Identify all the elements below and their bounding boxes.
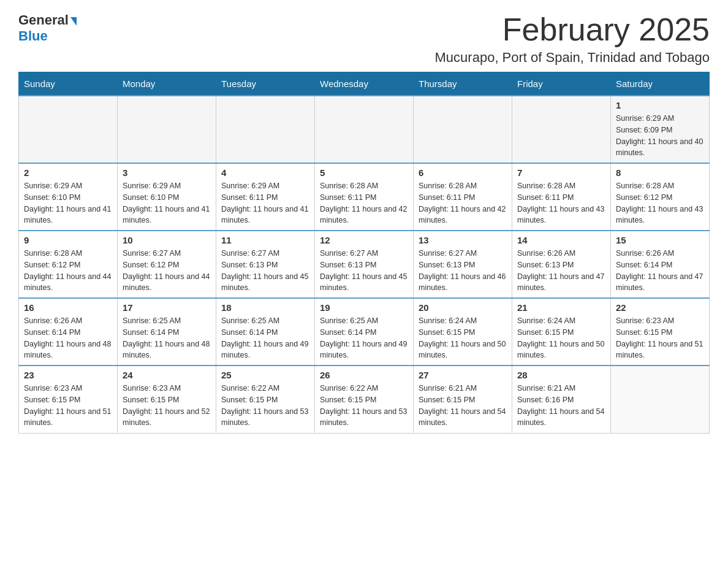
table-row: [315, 96, 414, 163]
calendar-week-1: 1Sunrise: 6:29 AMSunset: 6:09 PMDaylight…: [19, 96, 710, 163]
day-number: 17: [123, 302, 211, 313]
day-info: Sunrise: 6:23 AMSunset: 6:15 PMDaylight:…: [616, 315, 704, 361]
header-tuesday: Tuesday: [216, 72, 315, 96]
day-info: Sunrise: 6:22 AMSunset: 6:15 PMDaylight:…: [320, 383, 408, 429]
table-row: 27Sunrise: 6:21 AMSunset: 6:15 PMDayligh…: [414, 366, 512, 433]
table-row: 12Sunrise: 6:27 AMSunset: 6:13 PMDayligh…: [315, 231, 414, 298]
day-number: 24: [123, 370, 211, 380]
calendar-week-2: 2Sunrise: 6:29 AMSunset: 6:10 PMDaylight…: [19, 163, 710, 231]
table-row: [512, 96, 611, 163]
day-number: 7: [517, 167, 605, 178]
table-row: [118, 96, 216, 163]
day-number: 8: [616, 167, 704, 178]
table-row: 26Sunrise: 6:22 AMSunset: 6:15 PMDayligh…: [315, 366, 414, 433]
header-saturday: Saturday: [611, 72, 710, 96]
location-title: Mucurapo, Port of Spain, Trinidad and To…: [435, 50, 710, 66]
table-row: [414, 96, 512, 163]
table-row: 25Sunrise: 6:22 AMSunset: 6:15 PMDayligh…: [216, 366, 315, 433]
day-number: 6: [419, 167, 507, 178]
day-info: Sunrise: 6:29 AMSunset: 6:09 PMDaylight:…: [616, 113, 704, 159]
day-info: Sunrise: 6:28 AMSunset: 6:11 PMDaylight:…: [419, 180, 507, 226]
day-number: 4: [221, 167, 309, 178]
calendar-week-5: 23Sunrise: 6:23 AMSunset: 6:15 PMDayligh…: [19, 366, 710, 433]
table-row: 15Sunrise: 6:26 AMSunset: 6:14 PMDayligh…: [611, 231, 710, 298]
logo-general-text: General: [18, 12, 69, 28]
day-number: 25: [221, 370, 309, 380]
table-row: 7Sunrise: 6:28 AMSunset: 6:11 PMDaylight…: [512, 163, 611, 231]
calendar-week-4: 16Sunrise: 6:26 AMSunset: 6:14 PMDayligh…: [19, 298, 710, 366]
logo-blue-text: Blue: [18, 28, 48, 44]
day-number: 9: [24, 235, 112, 245]
logo-arrow-icon: [70, 17, 77, 26]
day-number: 14: [517, 235, 605, 245]
day-info: Sunrise: 6:26 AMSunset: 6:14 PMDaylight:…: [24, 315, 112, 361]
table-row: 9Sunrise: 6:28 AMSunset: 6:12 PMDaylight…: [19, 231, 118, 298]
day-info: Sunrise: 6:24 AMSunset: 6:15 PMDaylight:…: [419, 315, 507, 361]
day-number: 26: [320, 370, 408, 380]
day-info: Sunrise: 6:29 AMSunset: 6:10 PMDaylight:…: [24, 180, 112, 226]
day-number: 2: [24, 167, 112, 178]
day-number: 27: [419, 370, 507, 380]
day-info: Sunrise: 6:29 AMSunset: 6:10 PMDaylight:…: [123, 180, 211, 226]
table-row: 10Sunrise: 6:27 AMSunset: 6:12 PMDayligh…: [118, 231, 216, 298]
table-row: [216, 96, 315, 163]
table-row: 20Sunrise: 6:24 AMSunset: 6:15 PMDayligh…: [414, 298, 512, 366]
day-info: Sunrise: 6:26 AMSunset: 6:13 PMDaylight:…: [517, 248, 605, 294]
table-row: 21Sunrise: 6:24 AMSunset: 6:15 PMDayligh…: [512, 298, 611, 366]
table-row: 8Sunrise: 6:28 AMSunset: 6:12 PMDaylight…: [611, 163, 710, 231]
day-info: Sunrise: 6:28 AMSunset: 6:12 PMDaylight:…: [24, 248, 112, 294]
calendar-header-row: Sunday Monday Tuesday Wednesday Thursday…: [19, 72, 710, 96]
day-number: 13: [419, 235, 507, 245]
day-number: 20: [419, 302, 507, 313]
table-row: [611, 366, 710, 433]
day-info: Sunrise: 6:25 AMSunset: 6:14 PMDaylight:…: [123, 315, 211, 361]
table-row: 17Sunrise: 6:25 AMSunset: 6:14 PMDayligh…: [118, 298, 216, 366]
day-info: Sunrise: 6:22 AMSunset: 6:15 PMDaylight:…: [221, 383, 309, 429]
table-row: 13Sunrise: 6:27 AMSunset: 6:13 PMDayligh…: [414, 231, 512, 298]
table-row: 5Sunrise: 6:28 AMSunset: 6:11 PMDaylight…: [315, 163, 414, 231]
table-row: 14Sunrise: 6:26 AMSunset: 6:13 PMDayligh…: [512, 231, 611, 298]
day-number: 22: [616, 302, 704, 313]
table-row: 1Sunrise: 6:29 AMSunset: 6:09 PMDaylight…: [611, 96, 710, 163]
day-number: 3: [123, 167, 211, 178]
day-number: 19: [320, 302, 408, 313]
day-number: 28: [517, 370, 605, 380]
day-info: Sunrise: 6:27 AMSunset: 6:13 PMDaylight:…: [419, 248, 507, 294]
day-info: Sunrise: 6:27 AMSunset: 6:13 PMDaylight:…: [221, 248, 309, 294]
day-info: Sunrise: 6:28 AMSunset: 6:12 PMDaylight:…: [616, 180, 704, 226]
calendar-week-3: 9Sunrise: 6:28 AMSunset: 6:12 PMDaylight…: [19, 231, 710, 298]
day-number: 12: [320, 235, 408, 245]
day-info: Sunrise: 6:26 AMSunset: 6:14 PMDaylight:…: [616, 248, 704, 294]
day-number: 21: [517, 302, 605, 313]
table-row: 18Sunrise: 6:25 AMSunset: 6:14 PMDayligh…: [216, 298, 315, 366]
day-info: Sunrise: 6:28 AMSunset: 6:11 PMDaylight:…: [320, 180, 408, 226]
header-thursday: Thursday: [414, 72, 512, 96]
day-info: Sunrise: 6:27 AMSunset: 6:12 PMDaylight:…: [123, 248, 211, 294]
day-info: Sunrise: 6:23 AMSunset: 6:15 PMDaylight:…: [24, 383, 112, 429]
table-row: 11Sunrise: 6:27 AMSunset: 6:13 PMDayligh…: [216, 231, 315, 298]
day-info: Sunrise: 6:25 AMSunset: 6:14 PMDaylight:…: [320, 315, 408, 361]
table-row: 6Sunrise: 6:28 AMSunset: 6:11 PMDaylight…: [414, 163, 512, 231]
day-info: Sunrise: 6:23 AMSunset: 6:15 PMDaylight:…: [123, 383, 211, 429]
day-info: Sunrise: 6:21 AMSunset: 6:15 PMDaylight:…: [419, 383, 507, 429]
day-info: Sunrise: 6:21 AMSunset: 6:16 PMDaylight:…: [517, 383, 605, 429]
month-title: February 2025: [435, 12, 710, 47]
page-header: General Blue February 2025 Mucurapo, Por…: [18, 12, 710, 66]
day-number: 15: [616, 235, 704, 245]
table-row: 3Sunrise: 6:29 AMSunset: 6:10 PMDaylight…: [118, 163, 216, 231]
table-row: 16Sunrise: 6:26 AMSunset: 6:14 PMDayligh…: [19, 298, 118, 366]
day-info: Sunrise: 6:25 AMSunset: 6:14 PMDaylight:…: [221, 315, 309, 361]
table-row: 19Sunrise: 6:25 AMSunset: 6:14 PMDayligh…: [315, 298, 414, 366]
table-row: [19, 96, 118, 163]
day-info: Sunrise: 6:27 AMSunset: 6:13 PMDaylight:…: [320, 248, 408, 294]
day-number: 16: [24, 302, 112, 313]
table-row: 2Sunrise: 6:29 AMSunset: 6:10 PMDaylight…: [19, 163, 118, 231]
header-monday: Monday: [118, 72, 216, 96]
table-row: 28Sunrise: 6:21 AMSunset: 6:16 PMDayligh…: [512, 366, 611, 433]
day-number: 5: [320, 167, 408, 178]
day-number: 23: [24, 370, 112, 380]
day-number: 18: [221, 302, 309, 313]
day-info: Sunrise: 6:29 AMSunset: 6:11 PMDaylight:…: [221, 180, 309, 226]
day-number: 1: [616, 100, 704, 110]
header-friday: Friday: [512, 72, 611, 96]
